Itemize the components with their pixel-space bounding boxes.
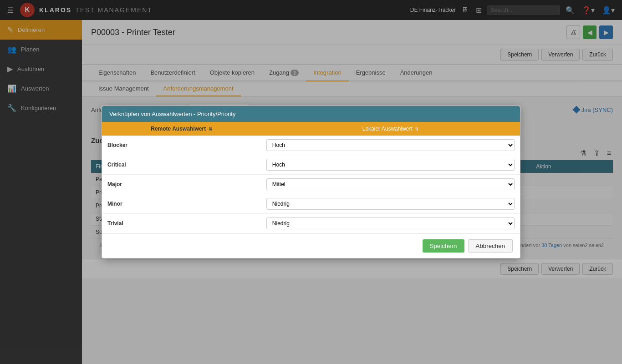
modal-footer: Speichern Abbrechen bbox=[102, 233, 520, 258]
modal-cell-local: Niedrig bbox=[261, 214, 520, 233]
modal-cell-local: Hoch bbox=[261, 155, 520, 175]
modal-cell-local: Mittel bbox=[261, 175, 520, 194]
modal-save-button[interactable]: Speichern bbox=[423, 239, 464, 253]
modal-table: Remote Auswahlwert ⇅ Lokaler Auswahlwert… bbox=[102, 122, 520, 233]
modal-cell-local: Hoch bbox=[261, 136, 520, 155]
modal-table-row: Critical Hoch bbox=[102, 155, 520, 175]
modal-table-row: Minor Niedrig bbox=[102, 194, 520, 214]
modal: Verknüpfen von Auswahlwerten - Priority/… bbox=[102, 106, 520, 258]
modal-cell-local: Niedrig bbox=[261, 194, 520, 214]
modal-table-row: Major Mittel bbox=[102, 175, 520, 194]
modal-overlay[interactable]: Verknüpfen von Auswahlwerten - Priority/… bbox=[0, 0, 622, 364]
modal-local-select[interactable]: Niedrig bbox=[266, 198, 515, 210]
modal-cell-remote: Trivial bbox=[102, 214, 261, 233]
modal-body: Remote Auswahlwert ⇅ Lokaler Auswahlwert… bbox=[102, 122, 520, 233]
modal-table-row: Blocker Hoch bbox=[102, 136, 520, 155]
modal-table-row: Trivial Niedrig bbox=[102, 214, 520, 233]
modal-cell-remote: Blocker bbox=[102, 136, 261, 155]
modal-local-select[interactable]: Hoch bbox=[266, 159, 515, 171]
modal-col-remote[interactable]: Remote Auswahlwert ⇅ bbox=[102, 122, 261, 136]
modal-cell-remote: Minor bbox=[102, 194, 261, 214]
modal-header: Verknüpfen von Auswahlwerten - Priority/… bbox=[102, 106, 520, 122]
modal-cell-remote: Critical bbox=[102, 155, 261, 175]
modal-local-select[interactable]: Niedrig bbox=[266, 217, 515, 229]
modal-cancel-button[interactable]: Abbrechen bbox=[468, 239, 513, 253]
modal-local-select[interactable]: Mittel bbox=[266, 178, 515, 190]
modal-col-local[interactable]: Lokaler Auswahlwert ⇅ bbox=[261, 122, 520, 136]
modal-local-select[interactable]: Hoch bbox=[266, 139, 515, 151]
modal-cell-remote: Major bbox=[102, 175, 261, 194]
modal-title: Verknüpfen von Auswahlwerten - Priority/… bbox=[109, 111, 235, 117]
